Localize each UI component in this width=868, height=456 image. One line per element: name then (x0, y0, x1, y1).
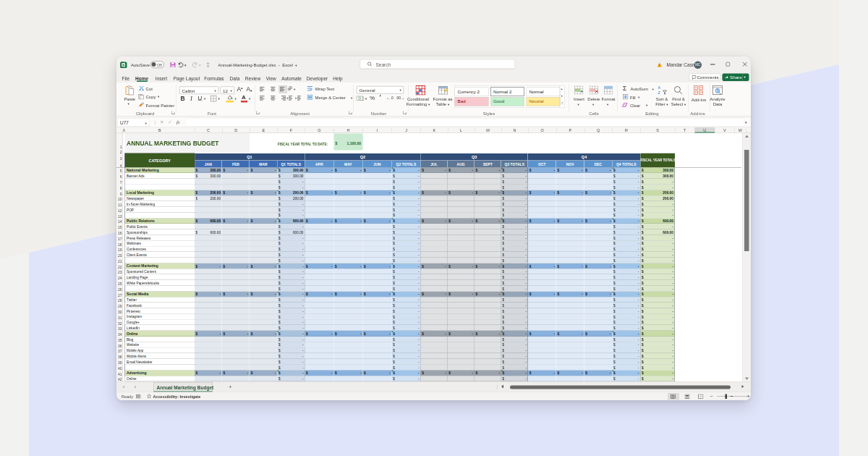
svg-text:Z: Z (658, 90, 661, 95)
svg-text:A: A (658, 85, 661, 90)
